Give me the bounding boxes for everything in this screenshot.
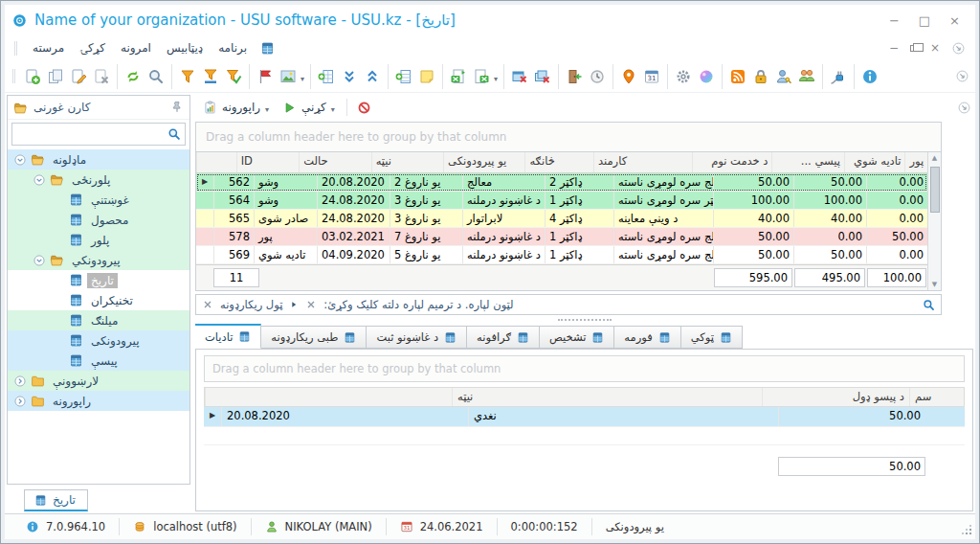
expander-icon[interactable]	[52, 234, 65, 247]
table-row[interactable]: 578 پور 03.02.2021 یو ناروغ 7 د غاښونو د…	[196, 228, 927, 246]
clear-search-icon[interactable]	[305, 299, 317, 310]
column-header[interactable]: څانګه	[524, 152, 592, 172]
search-icon[interactable]	[923, 299, 935, 311]
tree-item-technicians[interactable]: تخنیکران	[8, 290, 189, 310]
expander-icon[interactable]	[52, 334, 65, 348]
sidebar-search-input[interactable]	[16, 127, 167, 141]
menu-commands[interactable]: امرونه	[113, 38, 159, 57]
column-header[interactable]: تادیه شوي	[844, 152, 905, 172]
image-icon[interactable]	[277, 64, 300, 89]
excel-import-icon[interactable]	[447, 64, 470, 89]
tree-item-requests[interactable]: غوښتنې	[8, 190, 189, 210]
plugin-icon[interactable]	[827, 64, 850, 89]
mdi-minimize-button[interactable]: −	[889, 41, 899, 55]
menu-overflow-icon[interactable]	[951, 41, 966, 56]
tab-diagnosis[interactable]: تشخیص	[540, 326, 614, 349]
info-icon[interactable]	[858, 64, 881, 89]
tree-item-modules[interactable]: ماډلونه	[8, 149, 189, 170]
settings-icon[interactable]	[672, 64, 695, 89]
column-header[interactable]: ID	[236, 152, 300, 172]
scroll-thumb[interactable]	[930, 167, 940, 213]
tree-item-product[interactable]: محصول	[8, 210, 189, 230]
tab-medical-records[interactable]: طبی ریکارډونه	[261, 326, 367, 349]
column-header[interactable]: حالت	[299, 152, 370, 172]
document-tab-history[interactable]: تاریخ	[24, 489, 88, 511]
column-header[interactable]: کارمند	[593, 152, 692, 172]
group-by-panel[interactable]: Drag a column header here to group by th…	[195, 122, 942, 152]
table-row[interactable]: 564 وشو 24.08.2020 یو ناروغ 3 د غاښونو د…	[196, 192, 927, 210]
maximize-button[interactable]: □	[919, 13, 930, 28]
search-icon[interactable]	[167, 127, 181, 141]
column-header[interactable]: نیټه	[452, 388, 762, 406]
column-header[interactable]: پور	[904, 152, 927, 172]
pin-icon[interactable]	[170, 101, 184, 114]
toolbar-overflow-icon[interactable]	[955, 69, 969, 83]
tab-form[interactable]: فورمه	[614, 326, 680, 349]
column-header[interactable]: یو پیرودونکی	[443, 152, 524, 172]
toolbar-grip[interactable]	[12, 69, 15, 83]
expander-icon[interactable]	[52, 193, 65, 207]
delete-record-icon[interactable]	[90, 64, 113, 89]
splitter-handle[interactable]	[195, 315, 973, 324]
tab-pieces[interactable]: ټوکي	[681, 326, 743, 349]
column-header[interactable]: سم	[909, 388, 936, 406]
close-all-windows-icon[interactable]	[531, 64, 554, 89]
table-row[interactable]: 569 تادیه شوي 04.09.2020 یو ناروغ 5 د غا…	[196, 246, 927, 264]
filter-icon[interactable]	[176, 64, 199, 89]
column-header[interactable]: د خدمت نوم	[692, 152, 771, 172]
mdi-restore-button[interactable]	[910, 45, 919, 52]
edit-record-icon[interactable]	[67, 64, 90, 89]
note-icon[interactable]	[415, 64, 438, 89]
exit-icon[interactable]	[563, 64, 586, 89]
menu-database[interactable]: ډيټابيس	[159, 38, 211, 57]
tree-item-history[interactable]: تاریخ	[8, 270, 189, 290]
edit-filter-hint[interactable]: لټون لپاره. د ترمیم لپاره دلته کلیک وکړئ…	[323, 298, 513, 311]
user-access-icon[interactable]	[772, 64, 795, 89]
rss-icon[interactable]	[726, 64, 749, 89]
scroll-up-icon[interactable]: ▲	[932, 154, 937, 162]
close-button[interactable]: ×	[949, 13, 960, 28]
expander-icon[interactable]	[52, 274, 65, 287]
tree-item-sales[interactable]: پلور	[8, 230, 189, 250]
expander-icon[interactable]	[52, 314, 65, 328]
insert-row-icon[interactable]	[315, 64, 338, 89]
expander-icon[interactable]	[52, 354, 65, 368]
search-icon[interactable]	[145, 64, 167, 89]
expander-icon[interactable]	[52, 294, 65, 307]
flag-icon[interactable]	[254, 64, 277, 89]
actions-button[interactable]: کړنې	[277, 99, 341, 117]
menu-help[interactable]: مرسته	[25, 38, 72, 57]
excel-export-icon[interactable]	[470, 64, 493, 89]
filter-columns-icon[interactable]	[199, 64, 222, 89]
expander-icon[interactable]	[33, 254, 46, 267]
tree-item-customers[interactable]: پیرودونکي	[8, 250, 189, 270]
expander-icon[interactable]	[13, 374, 27, 388]
report-toolbar-overflow-icon[interactable]	[957, 101, 971, 115]
tree-item-shop[interactable]: پلورنځی	[8, 170, 189, 190]
tab-dental-chart[interactable]: د غاښونو ثبت	[367, 326, 467, 349]
timer-icon[interactable]	[586, 64, 609, 89]
remove-filter-icon[interactable]	[202, 299, 213, 310]
tab-charts[interactable]: ګرافونه	[467, 326, 540, 349]
expander-icon[interactable]	[13, 395, 27, 408]
add-record-icon[interactable]	[21, 64, 44, 89]
mdi-close-button[interactable]: ×	[930, 41, 940, 55]
calendar-icon[interactable]	[640, 64, 663, 89]
expander-icon[interactable]	[13, 153, 27, 167]
table-row[interactable]: 565 صادر شوی 24.08.2020 یو ناروغ 3 لابرا…	[196, 210, 927, 228]
filter-scope-label[interactable]: ټول ریکارډونه	[220, 298, 282, 311]
filter-saved-icon[interactable]	[222, 64, 245, 89]
column-header[interactable]	[196, 152, 236, 172]
map-pin-icon[interactable]	[617, 64, 640, 89]
table-row[interactable]: ▶ 562 وشو 20.08.2020 یو ناروغ 2 معالج ډا…	[196, 173, 927, 192]
stop-icon[interactable]	[353, 95, 376, 120]
expander-icon[interactable]	[52, 214, 65, 227]
refresh-icon[interactable]	[122, 64, 145, 89]
run-filter-icon[interactable]	[289, 300, 299, 309]
column-header[interactable]: نیټه	[371, 152, 443, 172]
expand-all-icon[interactable]	[338, 64, 361, 89]
add-column-icon[interactable]	[392, 64, 415, 89]
column-header[interactable]	[205, 388, 452, 406]
copy-record-icon[interactable]	[44, 64, 67, 89]
tree-item-mailing[interactable]: میلنګ	[8, 310, 189, 330]
